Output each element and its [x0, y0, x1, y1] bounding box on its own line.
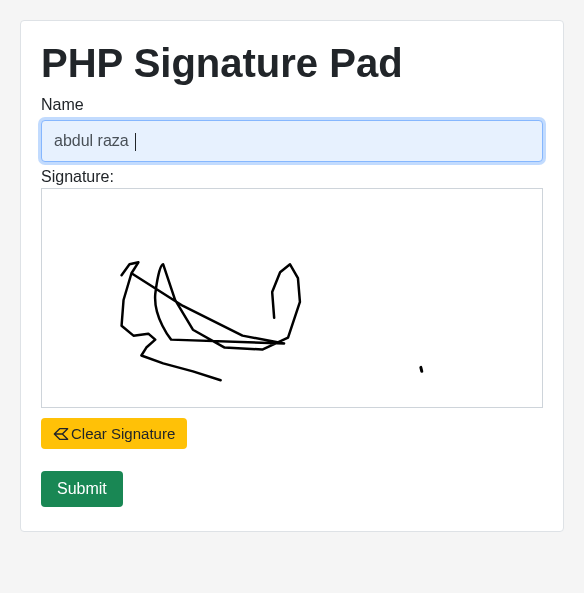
- signature-label: Signature:: [41, 168, 543, 186]
- signature-form-card: PHP Signature Pad Name abdul raza Signat…: [20, 20, 564, 532]
- submit-button-label: Submit: [57, 480, 107, 498]
- signature-canvas[interactable]: [41, 188, 543, 408]
- name-input[interactable]: abdul raza: [41, 120, 543, 162]
- clear-button-label: Clear Signature: [71, 425, 175, 442]
- page-title: PHP Signature Pad: [41, 41, 543, 86]
- signature-stroke: [122, 262, 300, 380]
- clear-signature-button[interactable]: Clear Signature: [41, 418, 187, 449]
- text-cursor: [135, 133, 136, 151]
- eraser-icon: [53, 427, 69, 441]
- signature-dot: [421, 367, 422, 371]
- name-input-value: abdul raza: [54, 132, 133, 149]
- name-label: Name: [41, 96, 543, 114]
- submit-button[interactable]: Submit: [41, 471, 123, 507]
